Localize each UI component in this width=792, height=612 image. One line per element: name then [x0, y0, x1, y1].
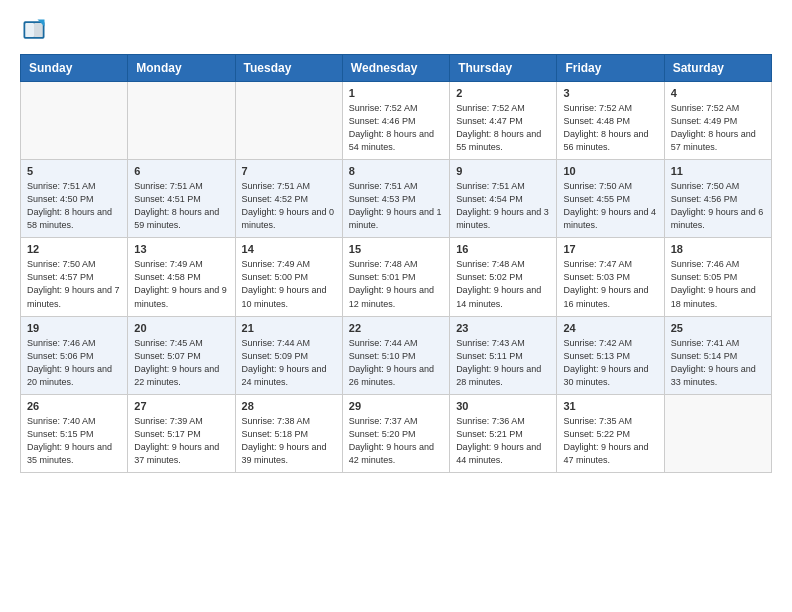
calendar-cell: [21, 82, 128, 160]
calendar-cell: 11Sunrise: 7:50 AMSunset: 4:56 PMDayligh…: [664, 160, 771, 238]
logo: [20, 16, 52, 44]
day-number: 25: [671, 322, 765, 334]
day-number: 18: [671, 243, 765, 255]
day-info: Sunrise: 7:44 AMSunset: 5:09 PMDaylight:…: [242, 337, 336, 389]
page: SundayMondayTuesdayWednesdayThursdayFrid…: [0, 0, 792, 489]
calendar-table: SundayMondayTuesdayWednesdayThursdayFrid…: [20, 54, 772, 473]
calendar-cell: 26Sunrise: 7:40 AMSunset: 5:15 PMDayligh…: [21, 394, 128, 472]
day-info: Sunrise: 7:48 AMSunset: 5:01 PMDaylight:…: [349, 258, 443, 310]
day-info: Sunrise: 7:50 AMSunset: 4:56 PMDaylight:…: [671, 180, 765, 232]
day-number: 17: [563, 243, 657, 255]
day-info: Sunrise: 7:52 AMSunset: 4:48 PMDaylight:…: [563, 102, 657, 154]
day-number: 21: [242, 322, 336, 334]
day-number: 16: [456, 243, 550, 255]
day-info: Sunrise: 7:52 AMSunset: 4:47 PMDaylight:…: [456, 102, 550, 154]
calendar-cell: 1Sunrise: 7:52 AMSunset: 4:46 PMDaylight…: [342, 82, 449, 160]
day-info: Sunrise: 7:35 AMSunset: 5:22 PMDaylight:…: [563, 415, 657, 467]
calendar-cell: 14Sunrise: 7:49 AMSunset: 5:00 PMDayligh…: [235, 238, 342, 316]
calendar-cell: 7Sunrise: 7:51 AMSunset: 4:52 PMDaylight…: [235, 160, 342, 238]
day-number: 5: [27, 165, 121, 177]
day-number: 30: [456, 400, 550, 412]
day-number: 15: [349, 243, 443, 255]
day-number: 22: [349, 322, 443, 334]
calendar-cell: 3Sunrise: 7:52 AMSunset: 4:48 PMDaylight…: [557, 82, 664, 160]
day-number: 1: [349, 87, 443, 99]
day-number: 2: [456, 87, 550, 99]
day-number: 20: [134, 322, 228, 334]
day-info: Sunrise: 7:46 AMSunset: 5:06 PMDaylight:…: [27, 337, 121, 389]
week-row-1: 1Sunrise: 7:52 AMSunset: 4:46 PMDaylight…: [21, 82, 772, 160]
calendar-cell: 24Sunrise: 7:42 AMSunset: 5:13 PMDayligh…: [557, 316, 664, 394]
calendar-cell: 20Sunrise: 7:45 AMSunset: 5:07 PMDayligh…: [128, 316, 235, 394]
day-number: 3: [563, 87, 657, 99]
day-number: 28: [242, 400, 336, 412]
calendar-cell: 15Sunrise: 7:48 AMSunset: 5:01 PMDayligh…: [342, 238, 449, 316]
calendar-cell: 2Sunrise: 7:52 AMSunset: 4:47 PMDaylight…: [450, 82, 557, 160]
day-info: Sunrise: 7:45 AMSunset: 5:07 PMDaylight:…: [134, 337, 228, 389]
calendar-cell: 30Sunrise: 7:36 AMSunset: 5:21 PMDayligh…: [450, 394, 557, 472]
day-number: 10: [563, 165, 657, 177]
day-info: Sunrise: 7:51 AMSunset: 4:51 PMDaylight:…: [134, 180, 228, 232]
calendar-cell: 9Sunrise: 7:51 AMSunset: 4:54 PMDaylight…: [450, 160, 557, 238]
day-info: Sunrise: 7:49 AMSunset: 5:00 PMDaylight:…: [242, 258, 336, 310]
week-row-3: 12Sunrise: 7:50 AMSunset: 4:57 PMDayligh…: [21, 238, 772, 316]
day-info: Sunrise: 7:36 AMSunset: 5:21 PMDaylight:…: [456, 415, 550, 467]
calendar-cell: 18Sunrise: 7:46 AMSunset: 5:05 PMDayligh…: [664, 238, 771, 316]
day-number: 9: [456, 165, 550, 177]
calendar-cell: 4Sunrise: 7:52 AMSunset: 4:49 PMDaylight…: [664, 82, 771, 160]
day-info: Sunrise: 7:52 AMSunset: 4:46 PMDaylight:…: [349, 102, 443, 154]
calendar-cell: 27Sunrise: 7:39 AMSunset: 5:17 PMDayligh…: [128, 394, 235, 472]
day-info: Sunrise: 7:52 AMSunset: 4:49 PMDaylight:…: [671, 102, 765, 154]
logo-icon: [20, 16, 48, 44]
day-number: 24: [563, 322, 657, 334]
day-info: Sunrise: 7:38 AMSunset: 5:18 PMDaylight:…: [242, 415, 336, 467]
day-info: Sunrise: 7:51 AMSunset: 4:53 PMDaylight:…: [349, 180, 443, 232]
weekday-header-monday: Monday: [128, 55, 235, 82]
calendar-cell: 23Sunrise: 7:43 AMSunset: 5:11 PMDayligh…: [450, 316, 557, 394]
svg-rect-2: [25, 23, 34, 37]
calendar-cell: 13Sunrise: 7:49 AMSunset: 4:58 PMDayligh…: [128, 238, 235, 316]
day-info: Sunrise: 7:47 AMSunset: 5:03 PMDaylight:…: [563, 258, 657, 310]
calendar-cell: [664, 394, 771, 472]
day-number: 14: [242, 243, 336, 255]
calendar-cell: 8Sunrise: 7:51 AMSunset: 4:53 PMDaylight…: [342, 160, 449, 238]
day-number: 29: [349, 400, 443, 412]
day-info: Sunrise: 7:49 AMSunset: 4:58 PMDaylight:…: [134, 258, 228, 310]
calendar-cell: 10Sunrise: 7:50 AMSunset: 4:55 PMDayligh…: [557, 160, 664, 238]
calendar-cell: 28Sunrise: 7:38 AMSunset: 5:18 PMDayligh…: [235, 394, 342, 472]
day-number: 19: [27, 322, 121, 334]
day-number: 11: [671, 165, 765, 177]
calendar-cell: 12Sunrise: 7:50 AMSunset: 4:57 PMDayligh…: [21, 238, 128, 316]
day-number: 6: [134, 165, 228, 177]
day-number: 4: [671, 87, 765, 99]
day-info: Sunrise: 7:42 AMSunset: 5:13 PMDaylight:…: [563, 337, 657, 389]
day-info: Sunrise: 7:51 AMSunset: 4:52 PMDaylight:…: [242, 180, 336, 232]
week-row-4: 19Sunrise: 7:46 AMSunset: 5:06 PMDayligh…: [21, 316, 772, 394]
weekday-header-thursday: Thursday: [450, 55, 557, 82]
day-number: 27: [134, 400, 228, 412]
day-number: 31: [563, 400, 657, 412]
calendar-cell: 31Sunrise: 7:35 AMSunset: 5:22 PMDayligh…: [557, 394, 664, 472]
day-number: 7: [242, 165, 336, 177]
calendar-cell: 29Sunrise: 7:37 AMSunset: 5:20 PMDayligh…: [342, 394, 449, 472]
calendar-cell: 19Sunrise: 7:46 AMSunset: 5:06 PMDayligh…: [21, 316, 128, 394]
weekday-header-tuesday: Tuesday: [235, 55, 342, 82]
day-number: 26: [27, 400, 121, 412]
day-info: Sunrise: 7:51 AMSunset: 4:50 PMDaylight:…: [27, 180, 121, 232]
calendar-cell: 25Sunrise: 7:41 AMSunset: 5:14 PMDayligh…: [664, 316, 771, 394]
header: [20, 16, 772, 44]
calendar-cell: 17Sunrise: 7:47 AMSunset: 5:03 PMDayligh…: [557, 238, 664, 316]
day-info: Sunrise: 7:41 AMSunset: 5:14 PMDaylight:…: [671, 337, 765, 389]
weekday-header-sunday: Sunday: [21, 55, 128, 82]
svg-rect-3: [34, 23, 43, 37]
day-number: 8: [349, 165, 443, 177]
calendar-cell: 22Sunrise: 7:44 AMSunset: 5:10 PMDayligh…: [342, 316, 449, 394]
calendar-cell: [235, 82, 342, 160]
day-info: Sunrise: 7:46 AMSunset: 5:05 PMDaylight:…: [671, 258, 765, 310]
calendar-cell: 5Sunrise: 7:51 AMSunset: 4:50 PMDaylight…: [21, 160, 128, 238]
day-number: 12: [27, 243, 121, 255]
weekday-header-wednesday: Wednesday: [342, 55, 449, 82]
day-info: Sunrise: 7:51 AMSunset: 4:54 PMDaylight:…: [456, 180, 550, 232]
day-info: Sunrise: 7:43 AMSunset: 5:11 PMDaylight:…: [456, 337, 550, 389]
day-number: 23: [456, 322, 550, 334]
